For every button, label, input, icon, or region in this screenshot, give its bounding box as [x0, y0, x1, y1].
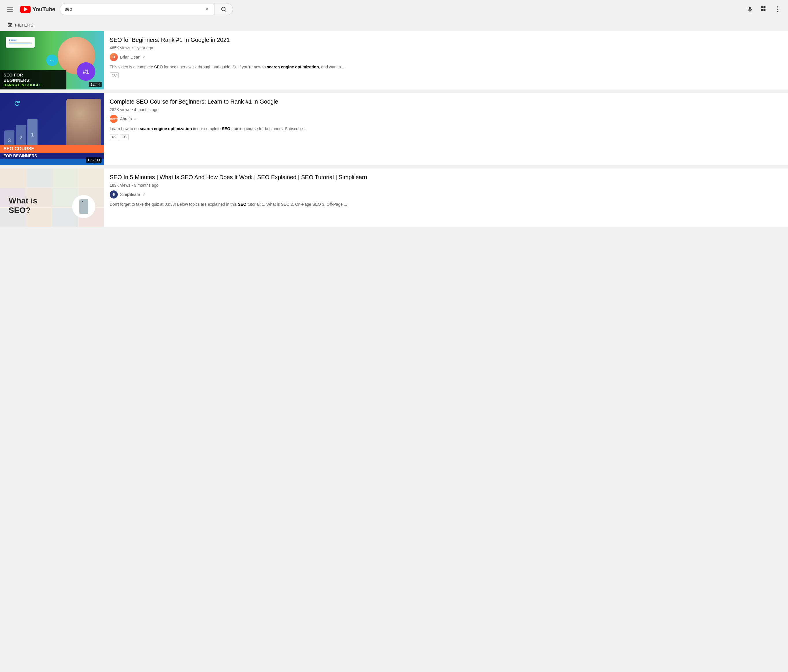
svg-rect-8 — [763, 9, 766, 11]
search-button[interactable] — [214, 3, 233, 15]
svg-point-17 — [9, 26, 10, 27]
verified-icon-1: ✓ — [143, 55, 146, 59]
view-count-1: 485K views — [110, 46, 130, 50]
search-box: × — [60, 3, 214, 15]
video-thumbnail-2: 3 2 1 ⟳ SEO COURSE FOR BEGINNERS tshirt … — [0, 93, 104, 165]
search-input[interactable] — [65, 6, 204, 12]
youtube-logo-text: YouTube — [32, 6, 55, 13]
thumb-1-rank-badge: #1 — [77, 62, 95, 81]
more-vertical-icon — [777, 6, 778, 13]
video-title-1[interactable]: SEO for Beginners: Rank #1 In Google in … — [110, 36, 782, 44]
thumb-1-bg: ← Google SEO FORBEGINNERS: RANK #1 IN GO… — [0, 31, 104, 89]
svg-rect-2 — [749, 6, 751, 10]
channel-row-3: ⊕ Simplilearn ✓ — [110, 190, 782, 198]
header-left: YouTube — [5, 5, 55, 14]
video-description-1: This video is a complete SEO for beginne… — [110, 64, 782, 70]
cc-badge-2: CC — [120, 134, 129, 140]
svg-point-16 — [10, 24, 11, 25]
verified-icon-2: ✓ — [134, 117, 137, 121]
more-options-button[interactable] — [772, 3, 783, 15]
badge-row-2: 4K CC — [110, 134, 782, 140]
video-meta-1: 485K views • 1 year ago — [110, 46, 782, 50]
header-right — [744, 3, 783, 15]
channel-row-1: B Brian Dean ✓ — [110, 53, 782, 61]
apps-button[interactable] — [758, 3, 769, 15]
channel-avatar-2: ahrefs — [110, 115, 118, 123]
video-description-2: Learn how to do search engine optimizati… — [110, 126, 782, 132]
search-icon — [221, 6, 227, 13]
video-info-2: Complete SEO Course for Beginners: Learn… — [104, 93, 788, 165]
table-row[interactable]: 3 2 1 ⟳ SEO COURSE FOR BEGINNERS tshirt … — [0, 93, 788, 165]
site-header: YouTube × — [0, 0, 788, 19]
thumb-3-overlay-text: What isSEO? — [9, 196, 38, 215]
filters-button[interactable]: FILTERS — [7, 22, 33, 28]
results-container: ← Google SEO FORBEGINNERS: RANK #1 IN GO… — [0, 31, 788, 227]
view-count-2: 282K views — [110, 107, 130, 112]
hamburger-menu[interactable] — [5, 5, 16, 14]
svg-rect-6 — [763, 6, 766, 8]
svg-rect-5 — [761, 6, 763, 8]
video-title-3[interactable]: SEO In 5 Minutes | What Is SEO And How D… — [110, 173, 782, 181]
svg-rect-7 — [761, 9, 763, 11]
4k-badge-2: 4K — [110, 134, 118, 140]
filters-sliders-icon — [7, 22, 13, 28]
channel-avatar-1: B — [110, 53, 118, 61]
apps-icon — [761, 6, 767, 13]
badge-row-1: CC — [110, 73, 782, 78]
filters-bar: FILTERS — [0, 19, 788, 31]
channel-name-2[interactable]: Ahrefs — [120, 117, 132, 121]
svg-point-0 — [221, 7, 225, 11]
video-thumbnail-1: ← Google SEO FORBEGINNERS: RANK #1 IN GO… — [0, 31, 104, 89]
table-row[interactable]: ← Google SEO FORBEGINNERS: RANK #1 IN GO… — [0, 31, 788, 89]
video-title-2[interactable]: Complete SEO Course for Beginners: Learn… — [110, 98, 782, 106]
channel-avatar-3: ⊕ — [110, 190, 118, 198]
svg-point-11 — [777, 11, 778, 12]
channel-name-1[interactable]: Brian Dean — [120, 55, 140, 59]
microphone-button[interactable] — [744, 3, 756, 15]
video-age-3: 9 months ago — [134, 183, 159, 187]
thumb-3-bg: What isSEO? — [0, 168, 104, 227]
video-info-1: SEO for Beginners: Rank #1 In Google in … — [104, 31, 788, 89]
youtube-logo[interactable]: YouTube — [20, 6, 55, 13]
thumb-2-bg: 3 2 1 ⟳ SEO COURSE FOR BEGINNERS tshirt … — [0, 93, 104, 165]
thumb-1-arrow-icon: ← — [46, 54, 58, 66]
video-description-3: Don't forget to take the quiz at 03:33! … — [110, 201, 782, 208]
video-thumbnail-3: What isSEO? — [0, 168, 104, 227]
channel-name-3[interactable]: Simplilearn — [120, 192, 140, 197]
view-count-3: 189K views — [110, 183, 130, 187]
channel-row-2: ahrefs Ahrefs ✓ — [110, 115, 782, 123]
video-age-2: 4 months ago — [134, 107, 159, 112]
thumb-1-overlay-text: SEO FORBEGINNERS: RANK #1 IN GOOGLE — [0, 70, 67, 89]
microphone-icon — [747, 6, 753, 13]
table-row[interactable]: What isSEO? SEO In 5 Minutes | What Is S… — [0, 168, 788, 227]
filters-label: FILTERS — [15, 22, 33, 27]
youtube-logo-icon — [20, 6, 30, 13]
video-duration-1: 12:44 — [89, 82, 102, 87]
video-info-3: SEO In 5 Minutes | What Is SEO And How D… — [104, 168, 788, 227]
video-duration-2: 1:57:03 — [86, 157, 102, 163]
search-clear-icon[interactable]: × — [204, 5, 210, 14]
svg-line-1 — [225, 10, 226, 12]
video-meta-2: 282K views • 4 months ago — [110, 107, 782, 112]
video-meta-3: 189K views • 9 months ago — [110, 183, 782, 187]
svg-point-15 — [8, 23, 10, 24]
search-container: × — [60, 3, 233, 15]
svg-point-10 — [777, 9, 778, 10]
verified-icon-3: ✓ — [142, 192, 146, 197]
video-age-1: 1 year ago — [134, 46, 153, 50]
svg-point-9 — [777, 6, 778, 8]
cc-badge-1: CC — [110, 73, 119, 78]
